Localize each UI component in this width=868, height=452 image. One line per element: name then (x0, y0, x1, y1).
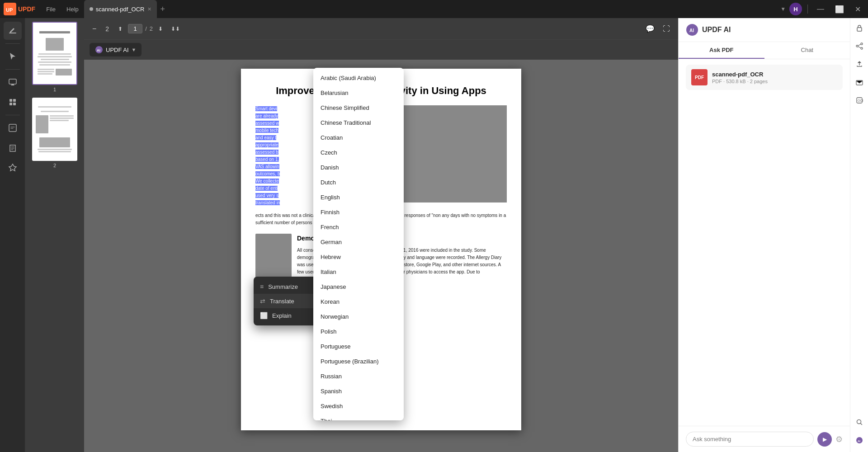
svg-text:OCR: OCR (858, 99, 863, 102)
ai-ask-input[interactable] (686, 432, 814, 447)
right-sidebar-upload[interactable] (853, 58, 866, 71)
lang-finnish[interactable]: Finnish (313, 205, 404, 220)
ai-send-btn[interactable]: ▶ (817, 432, 832, 447)
svg-point-16 (856, 45, 858, 47)
svg-rect-5 (13, 99, 16, 102)
sidebar-icon-pages[interactable] (4, 139, 22, 157)
ai-tab-chat[interactable]: Chat (764, 42, 850, 59)
lang-thai[interactable]: Thai (313, 414, 404, 420)
page-navigation: ⬆ / 2 ⬇ ⬇⬇ (115, 24, 183, 34)
sidebar-icon-edit[interactable] (4, 22, 22, 40)
right-sidebar-email[interactable] (853, 76, 866, 89)
lang-german[interactable]: German (313, 235, 404, 250)
main-toolbar: − 2 ⬆ / 2 ⬇ ⬇⬇ 💬 ⛶ (84, 18, 678, 40)
lang-norwegian[interactable]: Norwegian (313, 309, 404, 324)
thumb-page-num-2: 2 (53, 163, 56, 168)
thumb-img-bottom (39, 137, 70, 147)
right-sidebar-lock[interactable] (853, 22, 866, 34)
lang-czech[interactable]: Czech (313, 145, 404, 160)
thumb-line (38, 71, 54, 72)
zoom-in-btn[interactable]: 2 (103, 24, 112, 34)
thumb-line (38, 149, 72, 150)
lang-spanish[interactable]: Spanish (313, 384, 404, 399)
ai-btn-chevron: ▼ (132, 47, 137, 52)
fullscreen-btn[interactable]: ⛶ (660, 23, 673, 35)
thumbnail-panel: 1 (25, 18, 84, 452)
lang-polish[interactable]: Polish (313, 324, 404, 339)
ai-tab-ask-pdf[interactable]: Ask PDF (679, 42, 764, 59)
close-btn[interactable]: ✕ (851, 3, 864, 15)
thumb-img-left2 (36, 115, 48, 133)
ai-file-info: scanned-pdf_OCR PDF · 530.8 kB · 2 pages (712, 71, 768, 84)
lang-russian[interactable]: Russian (313, 369, 404, 384)
lang-swedish[interactable]: Swedish (313, 399, 404, 414)
thumbnail-page-2[interactable]: 2 (32, 98, 77, 168)
nav-down-btn[interactable]: ⬇ (156, 24, 165, 34)
ai-file-meta: PDF · 530.8 kB · 2 pages (712, 79, 768, 84)
right-sidebar-download[interactable]: OCR (853, 94, 866, 107)
ai-panel-logo: AI (686, 24, 698, 36)
pdf-viewer[interactable]: Improve Working Productivity in Using Ap… (84, 60, 678, 452)
svg-rect-6 (9, 103, 12, 105)
user-avatar[interactable]: H (789, 3, 802, 15)
translate-icon: ⇄ (260, 297, 265, 305)
lang-english[interactable]: English (313, 190, 404, 205)
lang-danish[interactable]: Danish (313, 160, 404, 175)
lang-hebrew[interactable]: Hebrew (313, 250, 404, 264)
updf-ai-btn[interactable]: AI UPDF AI ▼ (90, 43, 142, 56)
comment-btn[interactable]: 💬 (643, 23, 657, 35)
menu-file[interactable]: File (41, 0, 61, 18)
lang-croatian[interactable]: Croatian (313, 130, 404, 145)
sidebar-icon-comment[interactable] (4, 73, 22, 91)
lang-japanese[interactable]: Japanese (313, 279, 404, 294)
lang-belarusian[interactable]: Belarusian (313, 85, 404, 100)
menu-help[interactable]: Help (61, 0, 84, 18)
lang-portuguese-brazilian[interactable]: Portuguese (Brazilian) (313, 354, 404, 369)
content-area: − 2 ⬆ / 2 ⬇ ⬇⬇ 💬 ⛶ AI U (84, 18, 678, 452)
layers-icon (8, 98, 17, 107)
add-tab-btn[interactable]: + (157, 5, 169, 14)
thumb-img-right (56, 69, 72, 75)
lang-portuguese[interactable]: Portuguese (313, 339, 404, 354)
ai-extra-btn[interactable]: ⚙ (835, 434, 843, 444)
ai-panel: AI UPDF AI Ask PDF Chat PDF scanned-pdf_… (678, 18, 850, 452)
thumbnail-page-1[interactable]: 1 (32, 22, 77, 92)
divider (807, 5, 808, 14)
upload-icon (856, 61, 863, 68)
nav-last-btn[interactable]: ⬇⬇ (168, 24, 183, 34)
lang-chinese-traditional[interactable]: Chinese Traditional (313, 115, 404, 130)
ai-file-section: PDF scanned-pdf_OCR PDF · 530.8 kB · 2 p… (679, 59, 850, 95)
sidebar-icon-stamp[interactable] (4, 159, 22, 177)
pdf-paragraph-1: Smart deviare alreadyassessed wmobile te… (255, 105, 317, 207)
lang-korean[interactable]: Korean (313, 294, 404, 309)
page-number-input[interactable] (128, 24, 142, 33)
lang-arabic-saudi[interactable]: Arabic (Saudi Arabia) (313, 71, 404, 85)
zoom-out-btn[interactable]: − (90, 23, 99, 35)
lang-dutch[interactable]: Dutch (313, 175, 404, 190)
ocr-icon (8, 123, 17, 132)
updf-logo-text: UPDF (18, 5, 35, 13)
right-sidebar-share[interactable] (853, 40, 866, 52)
ai-send-icon: ▶ (823, 436, 827, 443)
right-sidebar-search[interactable] (853, 416, 866, 428)
sidebar-icon-layers[interactable] (4, 93, 22, 111)
sidebar-icon-ocr[interactable] (4, 119, 22, 137)
maximize-btn[interactable]: ⬜ (831, 3, 848, 15)
thumb-line (38, 53, 71, 55)
lang-italian[interactable]: Italian (313, 264, 404, 279)
lang-french[interactable]: French (313, 220, 404, 235)
right-sidebar-ai[interactable]: AI (853, 434, 866, 447)
nav-first-btn[interactable]: ⬆ (115, 24, 125, 34)
minimize-btn[interactable]: — (813, 3, 828, 15)
svg-rect-2 (9, 33, 16, 33)
thumb-col-right2 (50, 115, 74, 133)
window-dropdown[interactable]: ▼ (780, 6, 786, 12)
thumb-img-2 (32, 98, 77, 161)
lang-chinese-simplified[interactable]: Chinese Simplified (313, 100, 404, 115)
summarize-label: Summarize (268, 283, 298, 290)
svg-marker-9 (9, 164, 16, 171)
tab-scanned-pdf[interactable]: scanned-pdf_OCR ✕ (84, 0, 157, 18)
close-tab-btn[interactable]: ✕ (147, 6, 151, 12)
thumb-line (50, 118, 74, 119)
sidebar-icon-select[interactable] (4, 47, 22, 66)
